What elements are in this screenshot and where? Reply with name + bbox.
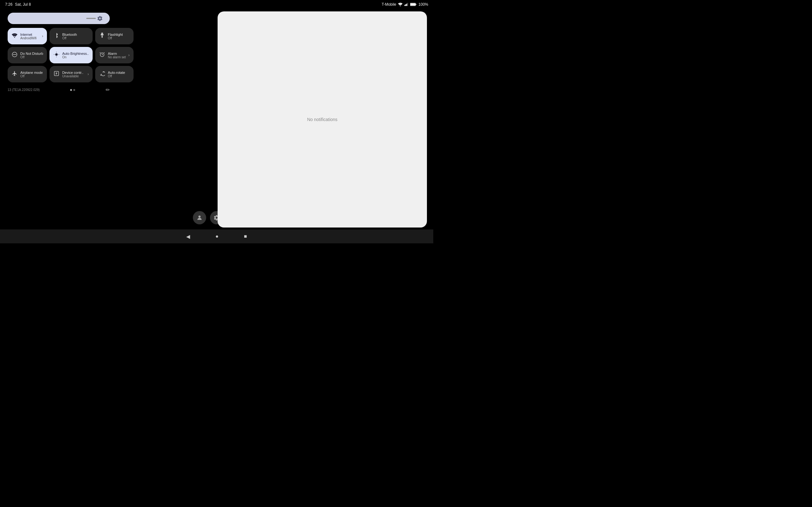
auto-rotate-label: Auto-rotate xyxy=(108,71,130,74)
tile-device-controls[interactable]: Device contr.. Unavailable › xyxy=(49,66,93,82)
page-dots xyxy=(70,89,75,91)
internet-label: Internet xyxy=(20,33,39,37)
date: Sat, Jul 8 xyxy=(15,2,31,7)
svg-point-8 xyxy=(14,37,15,38)
notifications-panel: No notifications xyxy=(217,11,427,228)
back-button[interactable]: ◀ xyxy=(186,233,190,239)
brightness-row[interactable] xyxy=(6,13,111,24)
auto-brightness-sublabel: On xyxy=(62,55,89,59)
version-text: 13 (TE1A.220922.029) xyxy=(8,88,40,92)
alarm-sublabel: No alarm set xyxy=(108,55,126,59)
flashlight-label: Flashlight xyxy=(108,33,130,37)
airplane-sublabel: Off xyxy=(20,74,43,78)
version-row: 13 (TE1A.220922.029) ✏ xyxy=(6,83,111,93)
auto-brightness-text: Auto Brightness.. On xyxy=(62,52,89,59)
edit-icon[interactable]: ✏ xyxy=(106,87,110,93)
dnd-text: Do Not Disturb Off xyxy=(20,52,43,59)
tiles-grid: Internet AndroidWifi › Bluetooth Off xyxy=(6,28,111,82)
tile-auto-rotate[interactable]: Auto-rotate Off xyxy=(95,66,134,82)
dot-1 xyxy=(70,89,72,91)
battery-level: 100% xyxy=(418,2,428,7)
tile-alarm[interactable]: Alarm No alarm set › xyxy=(95,47,134,63)
dnd-label: Do Not Disturb xyxy=(20,52,43,55)
auto-brightness-label: Auto Brightness.. xyxy=(62,52,89,55)
flashlight-icon xyxy=(99,33,105,40)
alarm-label: Alarm xyxy=(108,52,126,55)
quick-settings-panel: Internet AndroidWifi › Bluetooth Off xyxy=(6,9,111,99)
svg-rect-3 xyxy=(406,4,407,6)
tile-internet[interactable]: Internet AndroidWifi › xyxy=(8,28,47,44)
bluetooth-label: Bluetooth xyxy=(62,33,89,37)
internet-text: Internet AndroidWifi xyxy=(20,33,39,40)
device-controls-chevron: › xyxy=(88,72,89,76)
alarm-text: Alarm No alarm set xyxy=(108,52,126,59)
dnd-sublabel: Off xyxy=(20,55,43,59)
device-controls-label: Device contr.. xyxy=(62,71,85,74)
bluetooth-text: Bluetooth Off xyxy=(62,33,89,40)
tile-airplane[interactable]: Airplane mode Off xyxy=(8,66,47,82)
auto-brightness-icon: A xyxy=(53,52,60,59)
svg-rect-10 xyxy=(101,35,102,38)
svg-text:A: A xyxy=(55,54,57,55)
status-bar: 7:26 Sat, Jul 8 T-Mobile 100% xyxy=(0,0,433,9)
svg-point-23 xyxy=(199,216,201,218)
tile-dnd[interactable]: Do Not Disturb Off xyxy=(8,47,47,63)
svg-rect-1 xyxy=(404,5,405,6)
brightness-track xyxy=(86,18,96,19)
nav-bar: ◀ ● ■ xyxy=(0,229,433,243)
auto-rotate-text: Auto-rotate Off xyxy=(108,71,130,78)
wifi-status-icon xyxy=(398,3,403,6)
alarm-chevron: › xyxy=(129,53,130,57)
auto-rotate-icon xyxy=(99,71,105,78)
flashlight-text: Flashlight Off xyxy=(108,33,130,40)
device-controls-sublabel: Unavailable xyxy=(62,74,85,78)
svg-rect-9 xyxy=(101,33,103,34)
status-left: 7:26 Sat, Jul 8 xyxy=(5,2,31,7)
flashlight-sublabel: Off xyxy=(108,37,130,40)
alarm-icon xyxy=(99,52,105,59)
tile-bluetooth[interactable]: Bluetooth Off xyxy=(49,28,93,44)
recents-button[interactable]: ■ xyxy=(244,233,247,239)
wifi-icon xyxy=(11,33,18,39)
tile-flashlight[interactable]: Flashlight Off xyxy=(95,28,134,44)
svg-rect-7 xyxy=(415,4,416,5)
no-notifications-text: No notifications xyxy=(307,117,338,122)
internet-sublabel: AndroidWifi xyxy=(20,37,39,40)
device-controls-text: Device contr.. Unavailable xyxy=(62,71,85,78)
time: 7:26 xyxy=(5,2,12,7)
brightness-bar[interactable] xyxy=(8,13,110,24)
airplane-label: Airplane mode xyxy=(20,71,43,74)
airplane-text: Airplane mode Off xyxy=(20,71,43,78)
dot-2 xyxy=(73,89,75,91)
gear-icon xyxy=(97,15,103,21)
signal-icon xyxy=(404,3,408,6)
home-button[interactable]: ● xyxy=(215,233,218,239)
auto-rotate-sublabel: Off xyxy=(108,74,130,78)
battery-icon xyxy=(410,3,416,6)
svg-rect-6 xyxy=(410,3,415,5)
dnd-icon xyxy=(11,52,18,59)
bluetooth-icon xyxy=(53,33,60,40)
internet-chevron: › xyxy=(42,34,43,38)
svg-rect-2 xyxy=(405,4,406,6)
status-right: T-Mobile 100% xyxy=(382,2,428,7)
svg-rect-4 xyxy=(407,3,408,6)
device-controls-icon xyxy=(53,71,60,78)
svg-point-0 xyxy=(400,6,401,6)
airplane-icon xyxy=(11,71,18,78)
bluetooth-sublabel: Off xyxy=(62,37,89,40)
carrier: T-Mobile xyxy=(382,2,396,7)
user-button[interactable] xyxy=(193,211,206,224)
tile-auto-brightness[interactable]: A Auto Brightness.. On xyxy=(49,47,93,63)
